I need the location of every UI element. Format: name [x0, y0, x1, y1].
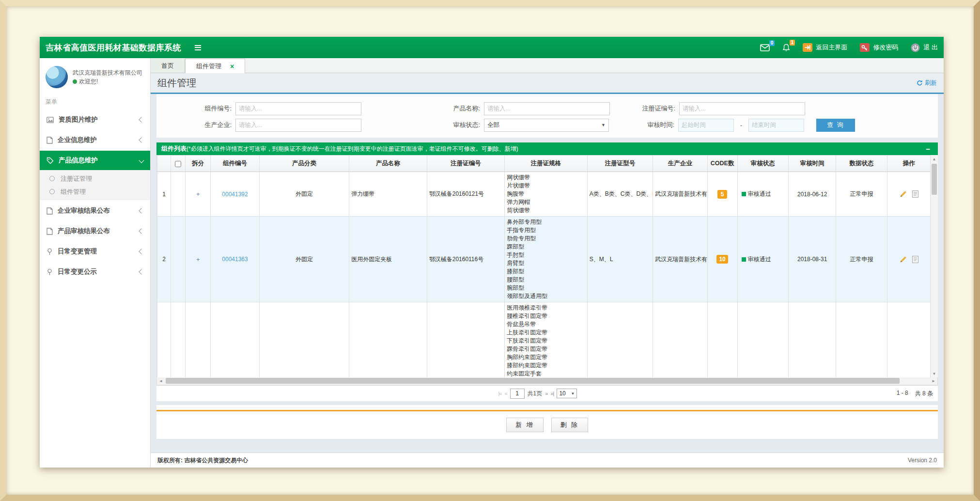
- component-code-link[interactable]: 00041392: [222, 191, 248, 198]
- scroll-right-icon[interactable]: ►: [930, 377, 937, 384]
- add-button[interactable]: 新 增: [506, 418, 544, 432]
- query-button[interactable]: 查 询: [816, 119, 855, 132]
- refresh-link[interactable]: 刷新: [917, 79, 937, 87]
- bell-icon[interactable]: 1: [782, 44, 790, 52]
- chevron-left-icon: [139, 208, 144, 213]
- audit-status-select[interactable]: 全部 ▼: [484, 119, 609, 132]
- scroll-up-icon[interactable]: ▲: [931, 155, 938, 163]
- app-window: 吉林省高值医用耗材基础数据库系统 0 1 返回主界面 修改密码: [40, 37, 944, 468]
- file-icon: [47, 137, 53, 144]
- welcome-text: 欢迎您!: [79, 77, 98, 86]
- pagination-bar: |« « 共1页 » »| 10 ▼ 1 - 8: [156, 385, 938, 401]
- tab-component-management[interactable]: 组件管理 ×: [185, 59, 245, 73]
- select-all-checkbox[interactable]: [175, 161, 181, 167]
- search-panel: 组件编号: 产品名称: 注册证编号:: [156, 94, 938, 138]
- audit-pass-square-icon: [742, 192, 746, 196]
- user-card: 武汉克瑞普新技术有限公司 欢迎您!: [40, 58, 150, 93]
- circle-icon: [49, 189, 55, 194]
- pin-icon: [47, 268, 53, 276]
- select-arrow-icon: ▼: [601, 123, 606, 127]
- list-title-bar: 组件列表 (*必须进入组件详情页才可送审，到期换证不变的统一在注册证到期变更中的…: [156, 142, 938, 155]
- horizontal-scrollbar[interactable]: ◄ ►: [156, 377, 938, 385]
- return-main-button[interactable]: 返回主界面: [803, 43, 847, 52]
- page-size-select[interactable]: 10 ▼: [557, 389, 577, 398]
- tab-home[interactable]: 首页: [151, 59, 185, 73]
- sidebar-item-daily-change-management[interactable]: 日常变更管理: [40, 242, 150, 261]
- audit-status-label: 审核状态:: [434, 121, 484, 129]
- sidebar-item-qualification-images[interactable]: 资质图片维护: [40, 110, 150, 129]
- last-page-button[interactable]: »|: [550, 391, 554, 396]
- tab-bar: 首页 组件管理 ×: [151, 58, 944, 73]
- product-info-submenu: 注册证管理 组件管理: [40, 170, 150, 200]
- document-icon[interactable]: [912, 190, 918, 198]
- page-number-input[interactable]: [510, 389, 525, 399]
- delete-button[interactable]: 删 除: [551, 418, 589, 432]
- start-date-input[interactable]: [678, 119, 734, 132]
- sidebar-item-company-info[interactable]: 企业信息维护: [40, 130, 150, 150]
- prev-page-button[interactable]: «: [504, 391, 507, 396]
- component-code-link[interactable]: 00041363: [222, 256, 248, 263]
- checkbox-column-header: [171, 156, 186, 172]
- product-name-input[interactable]: [484, 102, 610, 115]
- list-note: (*必须进入组件详情页才可送审，到期换证不变的统一在注册证到期变更中的注册证页面…: [187, 145, 518, 153]
- circle-icon: [49, 176, 55, 181]
- tag-icon: [47, 157, 54, 164]
- audit-pass-square-icon: [742, 257, 746, 262]
- next-page-button[interactable]: »: [545, 391, 547, 396]
- expand-row-icon[interactable]: +: [196, 256, 200, 263]
- row-checkbox-cell: [171, 172, 186, 217]
- chevron-down-icon: [139, 157, 144, 163]
- vertical-scrollbar[interactable]: ▲ ▼: [930, 155, 938, 377]
- company-name: 武汉克瑞普新技术有限公司: [73, 69, 142, 76]
- select-arrow-icon: ▼: [571, 391, 575, 396]
- change-password-button[interactable]: 修改密码: [860, 43, 898, 52]
- refresh-icon: [917, 80, 923, 86]
- sidebar-item-component-management[interactable]: 组件管理: [40, 185, 150, 198]
- sidebar-item-daily-change-publicity[interactable]: 日常变更公示: [40, 262, 150, 282]
- manufacturer-label: 生产企业:: [181, 121, 235, 129]
- record-range: 1 - 8: [897, 390, 908, 398]
- row-index: 2: [157, 217, 171, 302]
- vertical-scroll-thumb[interactable]: [932, 164, 937, 195]
- app-title: 吉林省高值医用耗材基础数据库系统: [46, 42, 181, 53]
- manufacturer-input[interactable]: [235, 119, 361, 132]
- end-date-input[interactable]: [748, 119, 804, 132]
- horizontal-scroll-thumb[interactable]: [166, 378, 900, 384]
- scroll-down-icon[interactable]: ▼: [931, 370, 938, 377]
- pin-icon: [47, 248, 53, 255]
- menu-label: 菜单: [40, 93, 150, 109]
- list-title: 组件列表: [161, 144, 187, 153]
- content-area: 首页 组件管理 × 组件管理 刷新 组件编: [151, 58, 944, 468]
- mail-badge: 0: [769, 40, 775, 46]
- sidebar-item-product-info[interactable]: 产品信息维护: [40, 151, 150, 170]
- scroll-left-icon[interactable]: ◄: [157, 377, 165, 384]
- orange-divider: [156, 410, 938, 411]
- close-icon[interactable]: ×: [230, 63, 234, 70]
- mail-icon[interactable]: 0: [760, 44, 770, 51]
- component-no-label: 组件编号:: [181, 104, 235, 113]
- table-row: 2 + 00041363 外固定 医用外固定夹板 鄂汉械备20160116号 鼻…: [157, 217, 931, 302]
- table-row: 医用颈椎牵引带 腰椎牵引固定带 骨盆悬吊带 上肢牵引固定带 下肢牵引固定带 踝骨…: [157, 302, 931, 378]
- component-no-input[interactable]: [235, 102, 361, 115]
- specs-cell: 网状绷带 片状绷带 胸腹带 弹力网帽 筒状绷带: [505, 172, 588, 217]
- date-range-separator: -: [739, 122, 743, 129]
- cert-no-input[interactable]: [679, 102, 805, 115]
- document-icon[interactable]: [912, 256, 918, 263]
- collapse-icon[interactable]: −: [923, 145, 933, 153]
- hamburger-menu-icon[interactable]: [195, 45, 201, 50]
- sidebar-item-cert-management[interactable]: 注册证管理: [40, 172, 150, 185]
- logout-button[interactable]: 退 出: [911, 43, 938, 52]
- first-page-button[interactable]: |«: [498, 391, 501, 396]
- action-panel: 新 增 删 除: [156, 405, 938, 439]
- version-text: Version 2.0: [908, 457, 937, 464]
- sidebar-item-product-audit-results[interactable]: 产品审核结果公布: [40, 221, 150, 241]
- expand-row-icon[interactable]: +: [196, 190, 200, 198]
- sidebar-item-company-audit-results[interactable]: 企业审核结果公布: [40, 201, 150, 220]
- edit-pencil-icon[interactable]: [900, 256, 907, 263]
- key-icon: [860, 43, 870, 52]
- product-name-label: 产品名称:: [434, 104, 484, 113]
- edit-pencil-icon[interactable]: [900, 190, 907, 198]
- avatar[interactable]: [46, 66, 68, 88]
- top-bar: 吉林省高值医用耗材基础数据库系统 0 1 返回主界面 修改密码: [40, 37, 944, 58]
- component-table-wrap: 拆分 组件编号 产品分类 产品名称 注册证编号 注册证规格 注册证型号 生产企业…: [156, 155, 938, 377]
